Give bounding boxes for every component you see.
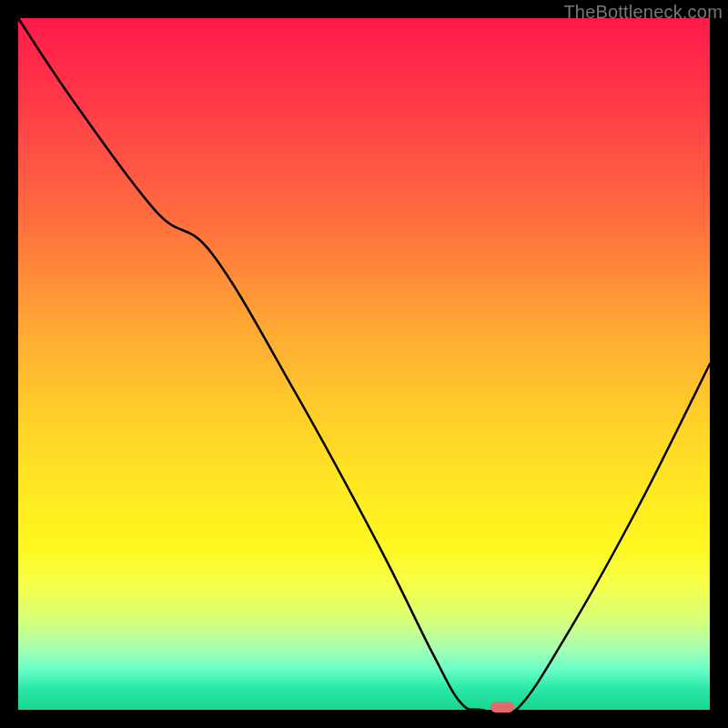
optimal-marker [490,702,514,713]
bottleneck-curve-path [18,18,710,717]
curve-svg [18,18,710,710]
chart-stage: TheBottleneck.com [0,0,728,728]
plot-area [18,18,710,710]
